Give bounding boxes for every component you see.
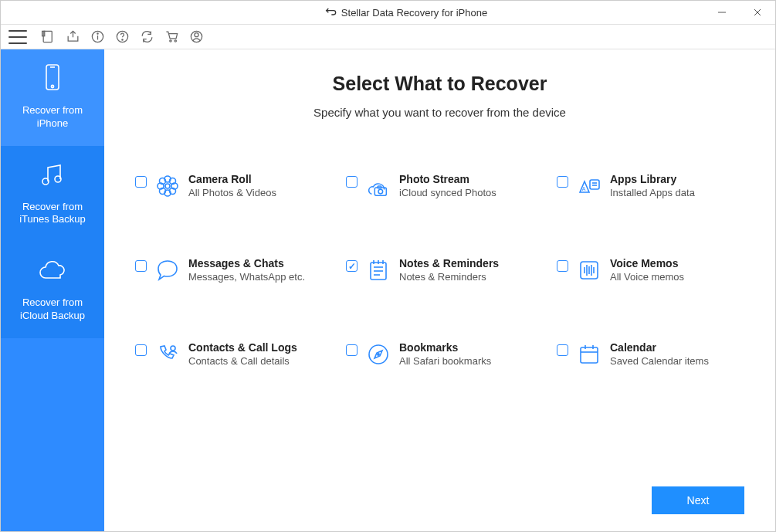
- checkbox-voice-memos[interactable]: [557, 260, 568, 272]
- next-button[interactable]: Next: [652, 486, 744, 514]
- option-title: Photo Stream: [399, 173, 496, 185]
- title-wrap: Stellar Data Recovery for iPhone: [107, 5, 704, 20]
- option-messages: Messages & Chats Messages, WhatsApp etc.: [135, 257, 323, 283]
- checkbox-contacts[interactable]: [135, 344, 147, 356]
- sidebar-item-itunes[interactable]: Recover from iTunes Backup: [1, 146, 104, 242]
- option-subtitle: Saved Calendar items: [610, 355, 709, 367]
- sidebar-item-icloud[interactable]: Recover from iCloud Backup: [1, 242, 104, 338]
- apps-icon: A: [576, 173, 602, 199]
- window-controls: [704, 1, 775, 24]
- option-subtitle: Notes & Reminders: [399, 271, 499, 283]
- svg-point-50: [378, 354, 379, 355]
- back-arrow-icon: [324, 5, 337, 20]
- music-note-icon: [37, 160, 68, 195]
- option-subtitle: Messages, WhatsApp etc.: [188, 271, 305, 283]
- checkbox-messages[interactable]: [135, 260, 147, 272]
- calendar-icon: [576, 341, 602, 368]
- checkbox-photo-stream[interactable]: [346, 176, 358, 188]
- app-window: Stellar Data Recovery for iPhone: [0, 0, 776, 532]
- menu-icon[interactable]: [8, 30, 27, 44]
- help-icon[interactable]: [114, 29, 130, 46]
- checkbox-apps-library[interactable]: [557, 176, 568, 188]
- option-photo-stream: Photo Stream iCloud synced Photos: [346, 173, 534, 199]
- page-title: Select What to Recover: [135, 73, 744, 95]
- option-apps-library: A Apps Library Installed Apps data: [557, 173, 744, 199]
- option-title: Messages & Chats: [188, 257, 305, 269]
- svg-point-48: [171, 346, 175, 351]
- waveform-icon: [576, 257, 602, 283]
- svg-rect-51: [581, 347, 598, 363]
- title-bar: Stellar Data Recovery for iPhone: [1, 1, 775, 25]
- main-panel: Select What to Recover Specify what you …: [104, 49, 775, 531]
- cloud-icon: [37, 256, 68, 290]
- option-subtitle: All Photos & Videos: [188, 187, 276, 198]
- option-title: Notes & Reminders: [399, 257, 499, 269]
- option-title: Apps Library: [610, 173, 695, 185]
- option-title: Contacts & Call Logs: [188, 341, 297, 354]
- option-subtitle: Installed Apps data: [610, 187, 695, 198]
- checkbox-calendar[interactable]: [557, 344, 568, 356]
- svg-point-9: [121, 39, 122, 40]
- checkbox-bookmarks[interactable]: [346, 344, 358, 356]
- svg-point-7: [97, 33, 97, 34]
- checkbox-camera-roll[interactable]: [135, 176, 147, 188]
- option-bookmarks: Bookmarks All Safari bookmarks: [346, 341, 534, 368]
- svg-text:A: A: [582, 186, 586, 191]
- checkbox-notes[interactable]: [346, 260, 358, 272]
- contacts-icon: [154, 341, 181, 368]
- option-voice-memos: Voice Memos All Voice memos: [557, 257, 744, 283]
- info-icon[interactable]: [89, 29, 106, 46]
- minimize-button[interactable]: [704, 1, 740, 24]
- option-notes: Notes & Reminders Notes & Reminders: [346, 257, 534, 283]
- option-subtitle: All Voice memos: [610, 271, 684, 283]
- svg-point-19: [165, 184, 170, 188]
- option-calendar: Calendar Saved Calendar items: [557, 341, 744, 368]
- option-title: Calendar: [610, 341, 709, 354]
- profile-icon[interactable]: [188, 29, 205, 46]
- svg-rect-32: [590, 180, 599, 189]
- flower-icon: [154, 173, 181, 199]
- compass-icon: [365, 341, 391, 368]
- svg-point-15: [51, 85, 53, 87]
- option-title: Camera Roll: [188, 173, 276, 185]
- chat-bubble-icon: [154, 257, 181, 283]
- save-icon[interactable]: [39, 29, 56, 46]
- option-title: Bookmarks: [399, 341, 491, 354]
- options-grid: Camera Roll All Photos & Videos Photo St…: [135, 173, 744, 368]
- refresh-icon[interactable]: [138, 29, 155, 46]
- phone-icon: [37, 63, 68, 98]
- window-title: Stellar Data Recovery for iPhone: [341, 7, 487, 19]
- option-title: Voice Memos: [610, 257, 684, 269]
- sidebar: Recover from iPhone Recover from iTunes …: [1, 49, 104, 531]
- export-icon[interactable]: [64, 29, 81, 46]
- body: Recover from iPhone Recover from iTunes …: [1, 49, 775, 531]
- sidebar-item-label: Recover from iTunes Backup: [19, 201, 86, 227]
- sidebar-item-label: Recover from iPhone: [22, 104, 83, 130]
- svg-point-13: [194, 33, 198, 37]
- sidebar-item-iphone[interactable]: Recover from iPhone: [1, 49, 104, 146]
- option-camera-roll: Camera Roll All Photos & Videos: [135, 173, 323, 199]
- option-subtitle: All Safari bookmarks: [399, 355, 491, 367]
- sidebar-item-label: Recover from iCloud Backup: [20, 296, 85, 323]
- cart-icon[interactable]: [163, 29, 180, 46]
- svg-point-29: [378, 189, 383, 194]
- svg-point-10: [169, 40, 171, 42]
- toolbar: [1, 25, 775, 49]
- option-subtitle: iCloud synced Photos: [399, 187, 496, 198]
- page-subtitle: Specify what you want to recover from th…: [135, 106, 744, 119]
- option-subtitle: Contacts & Call details: [188, 355, 297, 367]
- notepad-icon: [365, 257, 391, 283]
- close-button[interactable]: [740, 1, 775, 24]
- option-contacts: Contacts & Call Logs Contacts & Call det…: [135, 341, 323, 368]
- svg-point-11: [175, 40, 176, 42]
- cloud-camera-icon: [365, 173, 391, 199]
